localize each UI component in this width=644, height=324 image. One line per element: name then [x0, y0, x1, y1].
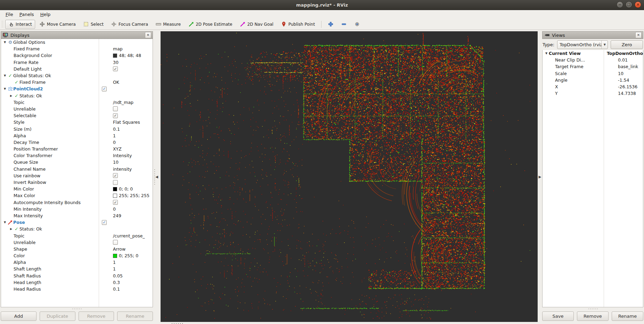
property-value[interactable]: OK [111, 80, 153, 85]
maximize-button[interactable]: ❒ [626, 1, 632, 8]
property-value[interactable]: 0.1 [111, 286, 153, 292]
duplicate-display-button[interactable]: Duplicate [40, 311, 75, 321]
property-row[interactable]: Max Color255; 255; 255 [1, 192, 153, 199]
property-value[interactable] [111, 106, 153, 111]
property-row[interactable]: Y14.7338 [543, 90, 643, 97]
property-value[interactable]: -26.1536 [616, 84, 643, 89]
property-row[interactable]: ShapeArrow [1, 246, 153, 252]
property-row[interactable]: Head Length0.3 [1, 279, 153, 286]
property-row[interactable]: Decay Time0 [1, 139, 153, 146]
property-row[interactable]: Max Intensity249 [1, 212, 153, 219]
property-row[interactable]: ▶✓Status: Ok [1, 92, 153, 99]
property-value[interactable]: Flat Squares [111, 120, 153, 125]
property-value[interactable]: -1.54 [616, 78, 643, 83]
menu-panels[interactable]: Panels [17, 11, 37, 18]
displays-close-icon[interactable]: ✕ [145, 32, 151, 38]
color-swatch[interactable] [113, 254, 117, 258]
color-swatch[interactable] [113, 187, 117, 191]
property-row[interactable]: Near Clip Di...0.01 [543, 57, 643, 63]
toolbar-grip[interactable] [1, 21, 4, 28]
property-row[interactable]: ▼✓Global Status: Ok [1, 72, 153, 79]
publish-point-tool-button[interactable]: Publish Point [278, 20, 318, 29]
expander-down-icon[interactable]: ▼ [2, 74, 7, 77]
checkbox[interactable]: ✓ [102, 220, 107, 225]
property-row[interactable]: Fixed Framemap [1, 46, 153, 52]
property-row[interactable]: Angle-1.54 [543, 77, 643, 83]
property-value[interactable]: 0; 255; 0 [111, 253, 153, 258]
property-value[interactable]: 1 [111, 266, 153, 272]
property-row[interactable]: Unreliable [1, 239, 153, 246]
add-tool-button[interactable] [325, 20, 336, 29]
property-row[interactable]: Shaft Length1 [1, 266, 153, 272]
checkbox[interactable]: ✓ [113, 113, 118, 118]
3d-viewport-canvas[interactable] [161, 31, 538, 322]
expander-right-icon[interactable]: ▶ [9, 227, 14, 230]
select-tool-button[interactable]: Select [80, 20, 107, 29]
close-button[interactable]: ✕ [635, 1, 641, 8]
property-row[interactable]: ▼⚙Global Options [1, 39, 153, 46]
property-value[interactable]: ✓ [111, 173, 153, 178]
property-row[interactable]: Min Color0; 0; 0 [1, 186, 153, 192]
property-value[interactable]: ✓ [100, 220, 153, 225]
property-value[interactable]: 0.1 [111, 127, 153, 132]
property-row[interactable]: Position TransformerXYZ [1, 146, 153, 152]
collapse-left-icon[interactable]: ◀ [155, 175, 158, 179]
property-value[interactable]: /current_pose_ [111, 233, 153, 238]
property-value[interactable]: ✓ [111, 113, 153, 118]
property-value[interactable]: base_link [616, 64, 643, 69]
view-type-dropdown[interactable]: TopDownOrtho (rviz ▼ [557, 40, 608, 49]
property-value[interactable]: intensity [111, 167, 153, 172]
checkbox[interactable] [113, 240, 118, 245]
minimize-button[interactable]: − [617, 1, 623, 8]
property-value[interactable] [111, 180, 153, 185]
3d-viewport[interactable] [161, 31, 538, 322]
property-value[interactable] [111, 240, 153, 245]
property-row[interactable]: Default Light✓ [1, 66, 153, 72]
nav-goal-tool-button[interactable]: 2D Nav Goal [237, 20, 276, 29]
expander-down-icon[interactable]: ▼ [2, 41, 7, 44]
property-value[interactable]: 0 [111, 140, 153, 145]
property-value[interactable]: Arrow [111, 246, 153, 252]
color-swatch[interactable] [113, 194, 117, 198]
property-row[interactable]: Topic/ndt_map [1, 99, 153, 106]
property-value[interactable]: 30 [111, 60, 153, 65]
remove-display-button[interactable]: Remove [79, 311, 114, 321]
property-row[interactable]: Target Framebase_link [543, 63, 643, 70]
property-row[interactable]: Head Radius0.1 [1, 286, 153, 292]
checkbox[interactable] [113, 106, 118, 111]
property-row[interactable]: Background Color48; 48; 48 [1, 52, 153, 59]
left-panel-collapse-gutter[interactable]: ◀ [153, 31, 161, 322]
property-value[interactable]: ✓ [111, 200, 153, 205]
property-value[interactable]: 10 [616, 71, 643, 76]
rename-view-button[interactable]: Rename [612, 311, 643, 321]
property-value[interactable]: 1 [111, 260, 153, 265]
views-close-icon[interactable]: ✕ [635, 32, 642, 38]
move-camera-tool-button[interactable]: Move Camera [36, 20, 79, 29]
displays-panel-header[interactable]: Displays ✕ [1, 31, 153, 39]
property-row[interactable]: X-26.1536 [543, 83, 643, 90]
property-value[interactable]: 0.01 [616, 57, 643, 63]
property-value[interactable]: 14.7338 [616, 91, 643, 96]
property-value[interactable]: 0 [111, 206, 153, 212]
views-panel-header[interactable]: Views ✕ [542, 31, 643, 39]
property-value[interactable]: 10 [111, 160, 153, 165]
property-value[interactable]: Intensity [111, 153, 153, 158]
interact-tool-button[interactable]: Interact [5, 20, 35, 29]
property-value[interactable]: 48; 48; 48 [111, 53, 153, 58]
property-value[interactable]: map [111, 46, 153, 51]
checkbox[interactable]: ✓ [113, 66, 118, 71]
checkbox[interactable]: ✓ [113, 200, 118, 205]
property-row[interactable]: Alpha1 [1, 132, 153, 139]
remove-view-button[interactable]: Remove [577, 311, 609, 321]
property-row[interactable]: ✓Fixed FrameOK [1, 79, 153, 86]
property-row[interactable]: ▼Current ViewTopDownOrtho (r... [543, 50, 643, 57]
property-row[interactable]: ▼Pose✓ [1, 219, 153, 226]
zero-button[interactable]: Zero [611, 40, 643, 49]
views-splitter-handle[interactable] [542, 307, 643, 310]
property-value[interactable]: 0.05 [111, 273, 153, 278]
right-panel-collapse-gutter[interactable]: ▶ [538, 31, 542, 322]
property-row[interactable]: Frame Rate30 [1, 59, 153, 66]
property-row[interactable]: ▼PointCloud2✓ [1, 86, 153, 92]
property-row[interactable]: Use rainbow✓ [1, 172, 153, 179]
property-row[interactable]: Alpha1 [1, 259, 153, 266]
